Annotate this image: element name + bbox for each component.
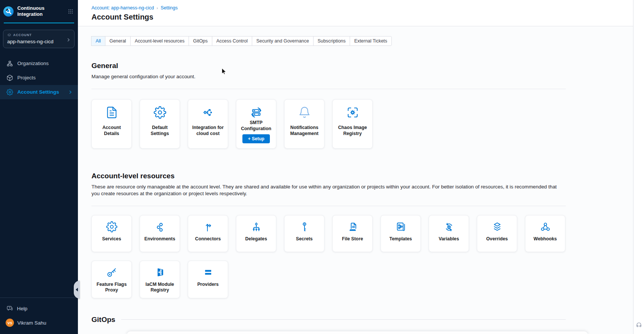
user-menu[interactable]: VS Vikram Sahu <box>0 312 78 327</box>
sidebar-collapse-handle[interactable] <box>74 281 80 299</box>
settings-tab[interactable]: External Tickets <box>350 36 391 46</box>
card-label: Feature Flags Proxy <box>94 282 129 293</box>
help-label: Help <box>17 306 27 311</box>
product-name: Continuous Integration <box>17 5 52 18</box>
breadcrumb-account-link[interactable]: Account: app-harness-ng-cicd <box>91 5 154 11</box>
environments-icon <box>154 221 166 232</box>
card-label: Overrides <box>486 236 508 242</box>
resource-card[interactable]: Feature Flags Proxy <box>91 261 132 298</box>
resource-card[interactable]: Variables <box>429 215 469 252</box>
account-selector[interactable]: ACCOUNT app-harness-ng-cicd <box>3 30 75 48</box>
general-section: General Manage general configuration of … <box>91 62 566 149</box>
resource-card[interactable]: Secrets <box>284 215 324 252</box>
collapse-left-icon <box>76 288 78 291</box>
card-label: Chaos Image Registry <box>335 125 370 137</box>
card-label: Templates <box>390 236 412 242</box>
resource-card[interactable]: Providers <box>188 261 228 298</box>
resource-card[interactable]: Connectors <box>188 215 228 252</box>
sidebar-nav-item[interactable]: Organizations <box>0 56 78 71</box>
help-chat-icon: ? <box>6 305 14 312</box>
sidebar: Continuous Integration ACCOUNT app-harne… <box>0 0 78 334</box>
settings-card[interactable]: Notifications Management <box>284 99 324 149</box>
nav-item-label: Account Settings <box>17 89 59 95</box>
cube-icon <box>6 74 13 81</box>
card-label: File Store <box>342 236 363 242</box>
breadcrumb-separator: › <box>157 6 158 10</box>
settings-card[interactable]: Integration for cloud cost <box>188 99 228 149</box>
settings-tabs: All General Account-level resources GitO… <box>91 36 392 46</box>
webhooks-icon <box>540 221 551 232</box>
resource-card[interactable]: Environments <box>140 215 180 252</box>
resource-card[interactable]: Services <box>91 215 132 252</box>
help-button[interactable]: ? Help <box>0 298 78 312</box>
card-label: SMTP Configuration <box>239 120 274 132</box>
resource-center-icon[interactable] <box>636 322 642 328</box>
sidebar-header: Continuous Integration <box>0 0 78 18</box>
card-label: Providers <box>197 282 219 288</box>
settings-tab[interactable]: GitOps <box>189 36 212 46</box>
cloud-cost-integration-icon <box>202 106 215 119</box>
chevron-right-icon <box>66 38 71 42</box>
settings-card[interactable]: Default Settings <box>140 99 180 149</box>
settings-tab[interactable]: All <box>91 36 105 46</box>
general-section-description: Manage general configuration of your acc… <box>91 73 564 80</box>
app-root: Continuous Integration ACCOUNT app-harne… <box>0 0 644 334</box>
settings-tab[interactable]: Account-level resources <box>130 36 189 46</box>
settings-card[interactable]: Account Details <box>91 99 132 149</box>
sidebar-nav-item[interactable]: Account Settings <box>0 85 78 99</box>
settings-tab[interactable]: Subscriptions <box>313 36 350 46</box>
sidebar-footer: ? Help VS Vikram Sahu <box>0 298 78 327</box>
templates-icon <box>395 221 406 232</box>
resources-section-title: Account-level resources <box>91 172 566 180</box>
smtp-server-icon <box>250 106 263 119</box>
general-card-grid: Account Details Default Settings <box>91 99 566 149</box>
gitops-section-title: GitOps <box>91 316 115 324</box>
services-gear-icon <box>106 221 117 232</box>
breadcrumb: Account: app-harness-ng-cicd › Settings <box>91 5 633 11</box>
variables-icon <box>443 221 455 232</box>
settings-card[interactable]: Chaos Image Registry <box>332 99 373 149</box>
gitops-section: GitOps <box>91 316 566 324</box>
resource-card[interactable]: File Store <box>332 215 373 252</box>
card-label: Account Details <box>94 125 129 137</box>
settings-tab[interactable]: Access Control <box>212 36 252 46</box>
resource-card[interactable]: Webhooks <box>525 215 565 252</box>
next-card-peek <box>127 331 588 334</box>
delegates-icon <box>251 221 262 232</box>
settings-card[interactable]: SMTP Configuration + Setup <box>236 99 276 149</box>
avatar: VS <box>6 319 14 327</box>
section-divider <box>91 89 566 89</box>
card-label: Secrets <box>296 236 312 242</box>
card-label: Notifications Management <box>287 125 322 137</box>
resource-card[interactable]: IaCM Module Registry <box>140 261 180 298</box>
module-grid-icon[interactable] <box>68 9 73 14</box>
iacm-module-registry-icon <box>154 267 166 278</box>
card-label: Connectors <box>195 236 221 242</box>
settings-tab[interactable]: Security and Governance <box>252 36 314 46</box>
connectors-icon <box>202 221 214 232</box>
harness-ci-logo-icon <box>3 6 14 17</box>
account-value: app-harness-ng-cicd <box>7 39 70 44</box>
breadcrumb-settings-link[interactable]: Settings <box>161 5 178 11</box>
right-gutter <box>633 0 644 334</box>
account-label: ACCOUNT <box>13 33 32 37</box>
org-chart-icon <box>6 60 13 67</box>
page-title: Account Settings <box>91 13 633 21</box>
account-stack-icon <box>7 33 11 37</box>
notifications-bell-icon <box>298 106 311 119</box>
main-area: Account: app-harness-ng-cicd › Settings … <box>78 0 633 334</box>
card-label: Environments <box>145 236 175 242</box>
resource-card[interactable]: Delegates <box>236 215 276 252</box>
settings-tab[interactable]: General <box>105 36 131 46</box>
resources-section: Account-level resources These are resour… <box>91 172 566 298</box>
account-details-icon <box>105 106 118 119</box>
sidebar-nav-item[interactable]: Projects <box>0 71 78 85</box>
card-label: Services <box>102 236 121 242</box>
sidebar-accent-divider <box>4 23 74 23</box>
card-label: Integration for cloud cost <box>191 125 225 137</box>
resource-card[interactable]: Templates <box>381 215 421 252</box>
default-settings-gear-icon <box>154 106 166 119</box>
card-label: IaCM Module Registry <box>143 282 177 293</box>
resource-card[interactable]: Overrides <box>477 215 517 252</box>
setup-button[interactable]: + Setup <box>242 134 270 143</box>
